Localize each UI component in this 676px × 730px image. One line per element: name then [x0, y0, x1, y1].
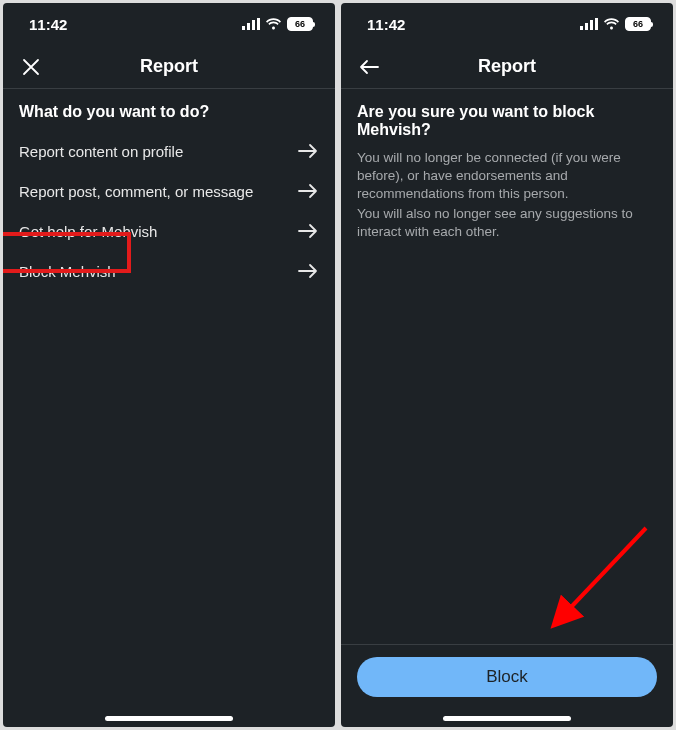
prompt-text: What do you want to do?	[19, 103, 319, 121]
battery-icon: 66	[287, 17, 313, 31]
status-bar: 11:42 66	[3, 3, 335, 45]
option-label: Block Mehvish	[19, 263, 116, 280]
screen-report-options: 11:42 66 Report What do you want to do? …	[3, 3, 335, 727]
chevron-right-icon	[297, 263, 319, 279]
home-indicator[interactable]	[443, 716, 571, 721]
header: Report	[3, 45, 335, 89]
close-icon	[21, 57, 41, 77]
page-title: Report	[478, 56, 536, 77]
option-block-user[interactable]: Block Mehvish	[19, 251, 319, 291]
confirm-heading: Are you sure you want to block Mehvish?	[357, 103, 657, 139]
footer: Block	[341, 644, 673, 727]
status-bar: 11:42 66	[341, 3, 673, 45]
page-title: Report	[140, 56, 198, 77]
wifi-icon	[603, 18, 620, 30]
content-area: Are you sure you want to block Mehvish? …	[341, 89, 673, 644]
content-area: What do you want to do? Report content o…	[3, 89, 335, 727]
close-button[interactable]	[17, 53, 45, 81]
option-report-content[interactable]: Report content on profile	[19, 131, 319, 171]
status-time: 11:42	[29, 16, 67, 33]
screen-block-confirm: 11:42 66 Report Are you sure you want to…	[341, 3, 673, 727]
svg-rect-2	[252, 20, 255, 30]
chevron-right-icon	[297, 223, 319, 239]
confirm-description: You will no longer be connected (if you …	[357, 149, 657, 241]
status-time: 11:42	[367, 16, 405, 33]
home-indicator[interactable]	[105, 716, 233, 721]
battery-icon: 66	[625, 17, 651, 31]
svg-rect-3	[257, 18, 260, 30]
option-report-post[interactable]: Report post, comment, or message	[19, 171, 319, 211]
option-label: Report post, comment, or message	[19, 183, 253, 200]
svg-rect-4	[580, 26, 583, 30]
back-button[interactable]	[355, 53, 383, 81]
status-indicators: 66	[580, 17, 651, 31]
chevron-right-icon	[297, 183, 319, 199]
cellular-icon	[580, 18, 598, 30]
confirm-line2: You will also no longer see any suggesti…	[357, 205, 657, 241]
cellular-icon	[242, 18, 260, 30]
svg-rect-7	[595, 18, 598, 30]
block-button[interactable]: Block	[357, 657, 657, 697]
chevron-right-icon	[297, 143, 319, 159]
back-arrow-icon	[358, 58, 380, 76]
header: Report	[341, 45, 673, 89]
status-indicators: 66	[242, 17, 313, 31]
svg-rect-5	[585, 23, 588, 30]
option-label: Get help for Mehvish	[19, 223, 157, 240]
svg-rect-1	[247, 23, 250, 30]
option-get-help[interactable]: Get help for Mehvish	[19, 211, 319, 251]
wifi-icon	[265, 18, 282, 30]
option-label: Report content on profile	[19, 143, 183, 160]
confirm-line1: You will no longer be connected (if you …	[357, 149, 657, 204]
svg-rect-0	[242, 26, 245, 30]
svg-rect-6	[590, 20, 593, 30]
